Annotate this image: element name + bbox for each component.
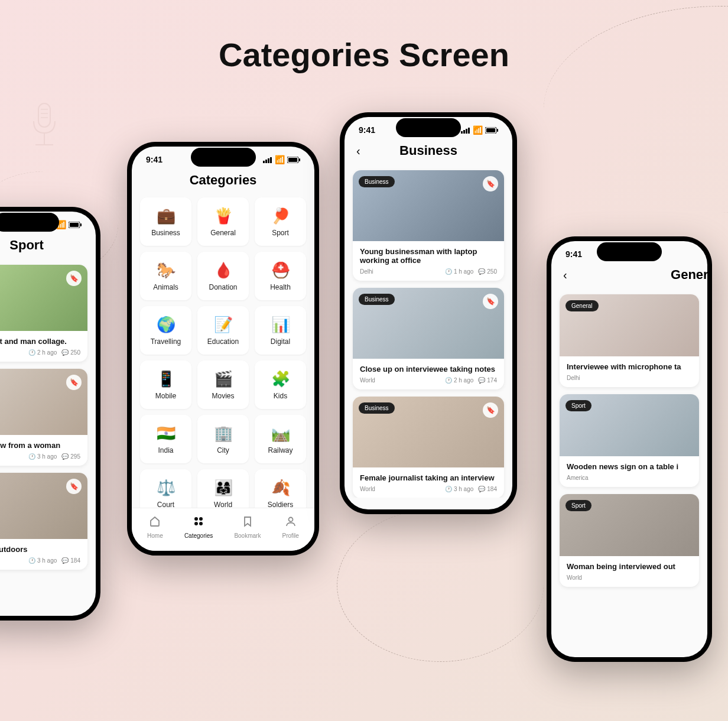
back-button[interactable]: ‹ xyxy=(563,268,567,282)
bookmark-icon[interactable]: 🔖 xyxy=(66,271,82,286)
category-label: Animals xyxy=(153,283,178,291)
category-tile-mobile[interactable]: 📱Mobile xyxy=(140,360,191,409)
status-icons: 📶 xyxy=(263,155,300,164)
nav-label: Profile xyxy=(282,532,299,539)
category-icon: 📱 xyxy=(157,370,176,388)
article-title: interview from a woman xyxy=(0,441,80,450)
svg-rect-18 xyxy=(288,158,297,162)
bookmark-icon[interactable]: 🔖 xyxy=(66,375,82,390)
article-card[interactable]: Sport 🔖 concept and man collage. 🕐 2 h a… xyxy=(0,265,87,362)
svg-point-22 xyxy=(194,522,198,525)
category-icon: 🎬 xyxy=(214,370,233,388)
article-card[interactable]: 🔖 interview from a woman 🕐 3 h ago 💬 295 xyxy=(0,369,87,466)
svg-rect-30 xyxy=(486,128,495,132)
category-label: Travelling xyxy=(151,337,181,346)
category-tile-travelling[interactable]: 🌍Travelling xyxy=(140,306,191,355)
article-title: concept and man collage. xyxy=(0,337,80,346)
category-tile-digital[interactable]: 📊Digital xyxy=(255,306,306,355)
location-meta: Delhi xyxy=(567,375,580,381)
category-label: Education xyxy=(207,337,239,346)
category-label: City xyxy=(217,446,229,454)
category-tile-general[interactable]: 🍟General xyxy=(197,197,249,246)
nav-bookmark[interactable]: Bookmark xyxy=(234,515,261,539)
article-card[interactable]: Business 🔖 Close up on interviewee takin… xyxy=(353,288,504,389)
category-label: Sport xyxy=(272,229,289,237)
time-meta: 🕐 2 h ago xyxy=(28,349,57,356)
category-icon: 🛤️ xyxy=(271,424,290,443)
bookmark-icon xyxy=(242,515,254,530)
microphone-icon xyxy=(27,100,62,154)
comments-meta: 💬 250 xyxy=(478,268,497,275)
category-icon: 👨‍👩‍👧 xyxy=(214,479,233,497)
time-meta: 🕐 3 h ago xyxy=(445,486,473,492)
category-tile-animals[interactable]: 🐎Animals xyxy=(140,252,191,300)
nav-label: Home xyxy=(147,532,163,539)
time-meta: 🕐 2 h ago xyxy=(445,377,473,384)
status-time: 9:41 xyxy=(146,155,162,164)
category-tile-sport[interactable]: 🏓Sport xyxy=(255,197,306,246)
article-card[interactable]: Business 🔖 Female journalist taking an i… xyxy=(353,397,504,498)
category-label: Business xyxy=(151,229,180,237)
category-icon: 🇮🇳 xyxy=(157,424,176,443)
comments-meta: 💬 184 xyxy=(478,486,497,492)
svg-point-24 xyxy=(288,518,292,522)
screen-title: Sport xyxy=(9,238,43,253)
category-tile-kids[interactable]: 🧩Kids xyxy=(255,360,306,409)
article-card[interactable]: Sport Wooden news sign on a table i Amer… xyxy=(560,394,699,487)
category-tag: Business xyxy=(359,176,395,187)
status-icons: 📶 xyxy=(461,125,498,135)
article-card[interactable]: General Interviewee with microphone ta D… xyxy=(560,294,699,387)
svg-point-23 xyxy=(199,522,203,525)
svg-rect-31 xyxy=(497,129,498,132)
svg-rect-27 xyxy=(466,129,467,134)
article-title: Wooden news sign on a table i xyxy=(567,462,692,471)
bookmark-icon[interactable]: 🔖 xyxy=(66,479,82,494)
category-icon: 🍟 xyxy=(214,207,233,225)
category-tile-india[interactable]: 🇮🇳India xyxy=(140,415,191,463)
category-tag: Sport xyxy=(566,500,592,511)
bookmark-icon[interactable]: 🔖 xyxy=(483,294,498,309)
category-label: Kids xyxy=(274,392,287,400)
time-meta: 🕐 3 h ago xyxy=(28,453,57,460)
time-meta: 🕐 1 h ago xyxy=(445,268,473,275)
back-button[interactable]: ‹ xyxy=(356,144,360,158)
comments-meta: 💬 174 xyxy=(478,377,497,384)
category-label: Donation xyxy=(209,283,237,291)
article-card[interactable]: Sport Woman being interviewed out World xyxy=(560,494,699,587)
svg-rect-15 xyxy=(268,158,269,163)
phone-categories: 9:41 📶 Categories 💼Business🍟General🏓Spor… xyxy=(127,142,319,556)
nav-profile[interactable]: Profile xyxy=(282,515,299,539)
article-card[interactable]: 🔖 ewed outdoors 🕐 3 h ago 💬 184 xyxy=(0,473,87,570)
nav-home[interactable]: Home xyxy=(147,515,163,539)
home-icon xyxy=(149,515,161,530)
category-tile-business[interactable]: 💼Business xyxy=(140,197,191,246)
bookmark-icon[interactable]: 🔖 xyxy=(483,176,498,191)
svg-rect-12 xyxy=(80,223,82,226)
article-title: Close up on interviewee taking notes xyxy=(360,365,497,374)
decorative-curve xyxy=(337,508,544,662)
category-icon: ⚖️ xyxy=(157,479,176,497)
screen-title: Categories xyxy=(190,173,257,188)
category-icon: 💼 xyxy=(157,207,176,225)
bookmark-icon[interactable]: 🔖 xyxy=(483,402,498,418)
category-tag: Business xyxy=(359,294,395,305)
category-tile-donation[interactable]: 🩸Donation xyxy=(197,252,249,300)
article-title: Woman being interviewed out xyxy=(567,562,692,571)
location-meta: America xyxy=(567,475,589,481)
category-icon: ⛑️ xyxy=(271,261,290,280)
nav-categories[interactable]: Categories xyxy=(184,515,213,539)
category-icon: 🏢 xyxy=(214,424,233,443)
nav-label: Categories xyxy=(184,532,213,539)
article-card[interactable]: Business 🔖 Young businessman with laptop… xyxy=(353,170,504,281)
svg-rect-26 xyxy=(463,130,465,134)
svg-rect-28 xyxy=(468,128,470,134)
category-tile-city[interactable]: 🏢City xyxy=(197,415,249,463)
category-tag: Business xyxy=(359,402,395,414)
category-tile-railway[interactable]: 🛤️Railway xyxy=(255,415,306,463)
category-tile-education[interactable]: 📝Education xyxy=(197,306,249,355)
svg-point-21 xyxy=(199,517,203,521)
bottom-nav: HomeCategoriesBookmarkProfile xyxy=(132,508,314,551)
category-tile-movies[interactable]: 🎬Movies xyxy=(197,360,249,409)
category-tile-health[interactable]: ⛑️Health xyxy=(255,252,306,300)
category-icon: 🌍 xyxy=(157,316,176,334)
